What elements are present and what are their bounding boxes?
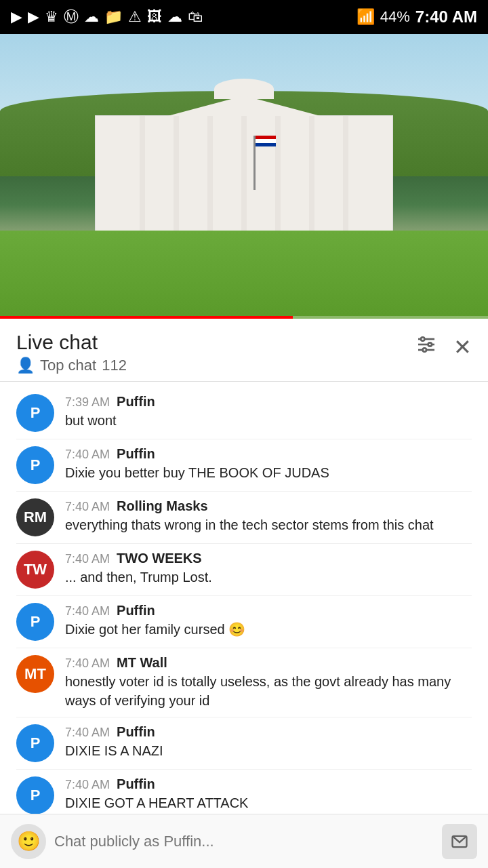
message-content: 7:40 AM Puffin DIXIE GOT A HEART ATTACK xyxy=(65,776,472,812)
message-text: but wont xyxy=(65,411,472,430)
message-meta: 7:40 AM Rolling Masks xyxy=(65,498,472,514)
status-bar: ▶ ▶ ♛ Ⓜ ☁ 📁 ⚠ 🖼 ☁ 🛍 📶 44% 7:40 AM xyxy=(0,0,488,34)
message-meta: 7:40 AM MT Wall xyxy=(65,655,472,671)
message-meta: 7:40 AM Puffin xyxy=(65,446,472,462)
chat-header-right: ✕ xyxy=(415,331,472,360)
chat-message: P 7:40 AM Puffin Dixie got her family cu… xyxy=(0,596,488,648)
chat-header-left: Live chat 👤 Top chat 112 xyxy=(16,331,127,374)
message-meta: 7:40 AM Puffin xyxy=(65,776,472,792)
video-progress-bar[interactable] xyxy=(0,316,488,319)
message-content: 7:40 AM Puffin DIXIE IS A NAZI xyxy=(65,724,472,760)
m-icon: Ⓜ xyxy=(64,7,79,27)
avatar: P xyxy=(16,724,54,762)
avatar: P xyxy=(16,776,54,814)
chat-subtitle: 👤 Top chat 112 xyxy=(16,357,127,374)
bag-icon: 🛍 xyxy=(188,8,203,26)
chat-title: Live chat xyxy=(16,331,127,354)
message-time: 7:39 AM xyxy=(65,395,110,410)
chat-panel: Live chat 👤 Top chat 112 ✕ xyxy=(0,319,488,827)
video-content xyxy=(95,115,393,237)
avatar: RM xyxy=(16,498,54,536)
message-time: 7:40 AM xyxy=(65,656,110,671)
message-time: 7:40 AM xyxy=(65,552,110,566)
avatar: TW xyxy=(16,551,54,589)
video-player[interactable] xyxy=(0,34,488,319)
message-time: 7:40 AM xyxy=(65,778,110,792)
chat-message: P 7:39 AM Puffin but wont xyxy=(0,387,488,439)
message-content: 7:40 AM Puffin Dixie got her family curs… xyxy=(65,603,472,639)
message-author: Puffin xyxy=(117,603,155,618)
viewer-count: 112 xyxy=(102,357,127,374)
chat-message: TW 7:40 AM TWO WEEKS ... and then, Trump… xyxy=(0,544,488,595)
yt2-icon: ▶ xyxy=(28,8,39,26)
chat-header: Live chat 👤 Top chat 112 ✕ xyxy=(0,319,488,382)
message-author: Rolling Masks xyxy=(117,498,207,514)
warning-icon: ⚠ xyxy=(128,8,142,26)
message-content: 7:39 AM Puffin but wont xyxy=(65,394,472,430)
chat-message: MT 7:40 AM MT Wall honestly voter id is … xyxy=(0,648,488,717)
message-author: Puffin xyxy=(117,394,155,410)
battery-text: 44% xyxy=(380,8,410,26)
cloud-icon: ☁ xyxy=(84,8,99,26)
message-text: Dixie you better buy THE BOOK OF JUDAS xyxy=(65,463,472,482)
status-time: 7:40 AM xyxy=(415,7,477,26)
message-time: 7:40 AM xyxy=(65,500,110,514)
message-content: 7:40 AM MT Wall honestly voter id is tot… xyxy=(65,655,472,710)
message-meta: 7:39 AM Puffin xyxy=(65,394,472,410)
message-time: 7:40 AM xyxy=(65,604,110,618)
message-text: DIXIE GOT A HEART ATTACK xyxy=(65,793,472,812)
chat-mode[interactable]: Top chat xyxy=(40,357,96,374)
close-button[interactable]: ✕ xyxy=(453,334,472,360)
message-author: Puffin xyxy=(117,776,155,792)
message-content: 7:40 AM TWO WEEKS ... and then, Trump Lo… xyxy=(65,551,472,587)
message-text: DIXIE IS A NAZI xyxy=(65,741,472,760)
message-content: 7:40 AM Puffin Dixie you better buy THE … xyxy=(65,446,472,482)
svg-point-5 xyxy=(423,348,426,351)
video-progress-fill xyxy=(0,316,293,319)
yt-icon: ▶ xyxy=(11,8,22,26)
message-meta: 7:40 AM Puffin xyxy=(65,724,472,740)
message-time: 7:40 AM xyxy=(65,448,110,462)
crown-icon: ♛ xyxy=(45,8,58,26)
emoji-button[interactable]: 🙂 xyxy=(11,824,46,859)
avatar: MT xyxy=(16,655,54,693)
message-author: Puffin xyxy=(117,724,155,740)
message-text: everything thats wrong in the tech secto… xyxy=(65,515,472,534)
message-author: MT Wall xyxy=(117,655,167,671)
cloud2-icon: ☁ xyxy=(167,8,182,26)
people-icon: 👤 xyxy=(16,357,35,374)
avatar: P xyxy=(16,394,54,432)
message-text: ... and then, Trump Lost. xyxy=(65,568,472,587)
message-author: TWO WEEKS xyxy=(117,551,202,566)
avatar: P xyxy=(16,446,54,484)
chat-message: RM 7:40 AM Rolling Masks everything that… xyxy=(0,492,488,543)
chat-input-bar: 🙂 xyxy=(0,814,488,868)
svg-point-4 xyxy=(428,342,432,346)
message-time: 7:40 AM xyxy=(65,726,110,740)
wifi-icon: 📶 xyxy=(357,8,375,26)
chat-message: P 7:40 AM Puffin Dixie you better buy TH… xyxy=(0,439,488,491)
status-right: 📶 44% 7:40 AM xyxy=(357,7,477,26)
send-button[interactable] xyxy=(442,824,477,859)
filter-icon[interactable] xyxy=(415,334,437,360)
message-author: Puffin xyxy=(117,446,155,462)
chat-input[interactable] xyxy=(54,824,434,859)
chat-messages: P 7:39 AM Puffin but wont P 7:40 AM Puff… xyxy=(0,382,488,827)
svg-point-3 xyxy=(421,337,424,340)
message-content: 7:40 AM Rolling Masks everything thats w… xyxy=(65,498,472,534)
message-text: Dixie got her family cursed 😊 xyxy=(65,620,472,639)
avatar: P xyxy=(16,603,54,641)
gallery-icon: 🖼 xyxy=(147,8,162,26)
message-meta: 7:40 AM Puffin xyxy=(65,603,472,618)
chat-message: P 7:40 AM Puffin DIXIE IS A NAZI xyxy=(0,717,488,769)
status-icons: ▶ ▶ ♛ Ⓜ ☁ 📁 ⚠ 🖼 ☁ 🛍 xyxy=(11,7,203,27)
message-text: honestly voter id is totally useless, as… xyxy=(65,672,472,710)
message-meta: 7:40 AM TWO WEEKS xyxy=(65,551,472,566)
folder-icon: 📁 xyxy=(104,8,123,26)
